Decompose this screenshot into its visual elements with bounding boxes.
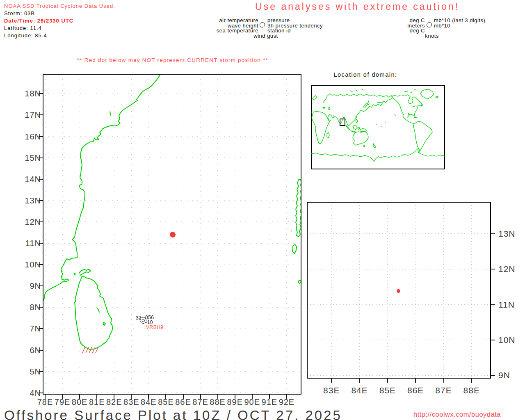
iceland	[436, 96, 438, 98]
arctic-islands-1	[404, 91, 408, 92]
arctic-islands-4	[350, 91, 353, 92]
sakhalin	[368, 101, 369, 105]
arctic-islands-2	[411, 92, 413, 93]
world-coastlines	[311, 85, 445, 169]
station-circle-icon	[260, 22, 265, 27]
storm-position-dot	[170, 232, 176, 237]
madagascar	[327, 132, 329, 138]
world-map-inset	[311, 85, 445, 169]
philippines	[356, 119, 358, 123]
gridline-horizontal	[307, 269, 491, 269]
lat-tick-label: 11N	[498, 300, 523, 310]
uk-icon	[313, 96, 317, 100]
lon-tick-label: 83E	[319, 386, 344, 395]
borneo	[353, 125, 357, 130]
hawaii	[394, 115, 396, 115]
java	[351, 131, 357, 132]
lon-tick	[45, 395, 46, 399]
caspian-sea	[328, 107, 330, 110]
lat-tick	[491, 304, 495, 305]
lat-tick	[491, 269, 495, 269]
lon-tick	[359, 379, 360, 383]
india-coastline	[43, 74, 161, 301]
lagoon-mark	[98, 308, 99, 312]
north-america-north	[392, 95, 422, 117]
gridline-horizontal	[307, 304, 491, 305]
japan	[363, 103, 368, 108]
red-dot-warning: ** Red dot below may NOT represent CURRE…	[70, 57, 276, 63]
lat-tick	[39, 200, 43, 201]
main-map: 32 056 -10 VRBH9 78E79E80E81E82E83E84E85…	[43, 74, 301, 395]
australia	[353, 131, 368, 145]
station-inner-circle-icon	[142, 319, 145, 322]
station-circle-icon	[427, 22, 432, 27]
lat-tick	[39, 328, 43, 329]
lon-tick	[62, 395, 63, 399]
storm-position-dot-zoom	[397, 289, 400, 293]
coastline-fragment	[110, 112, 111, 115]
sumatra	[346, 125, 350, 130]
lon-tick-label: 87E	[431, 386, 456, 395]
lon-tick	[217, 395, 218, 399]
tasmania	[363, 145, 365, 147]
lon-tick	[165, 395, 166, 399]
lon-tick	[286, 395, 287, 399]
great-lakes	[412, 106, 415, 107]
gridline-vertical	[359, 202, 360, 379]
gridline-horizontal	[307, 340, 491, 340]
zoom-map: 83E84E85E86E87E88E13N12N11N10N9N	[307, 202, 491, 379]
arctic-islands-6	[362, 89, 364, 90]
sulawesi	[358, 127, 360, 130]
storm-latitude-line: Latitude: 11.4	[4, 25, 42, 31]
lat-tick-label: 10N	[498, 335, 523, 345]
unit-knots: knots	[415, 33, 448, 39]
lon-tick	[252, 395, 253, 399]
lat-tick	[39, 243, 43, 244]
lon-tick	[443, 379, 444, 383]
inland-lake	[103, 322, 105, 325]
gridline-vertical	[443, 202, 444, 379]
gridline-vertical	[471, 202, 472, 379]
lat-tick	[39, 307, 43, 308]
lon-tick	[200, 395, 201, 399]
lat-tick	[39, 393, 43, 393]
lon-tick-label: 86E	[403, 386, 428, 395]
lat-tick	[39, 371, 43, 372]
lon-tick	[235, 395, 235, 399]
lon-tick	[471, 379, 472, 383]
lat-tick	[39, 350, 43, 351]
jaffna-peninsula	[79, 269, 91, 275]
aleutians	[377, 102, 382, 103]
lon-tick-label: 84E	[347, 386, 372, 395]
gridline-horizontal	[307, 233, 491, 234]
lat-tick	[39, 221, 43, 222]
source-url-link[interactable]: http://coolwx.com/buoydata	[413, 411, 501, 418]
new-zealand	[373, 144, 376, 148]
lat-tick	[39, 264, 43, 265]
lon-tick-label: 85E	[375, 386, 400, 395]
black-sea	[323, 107, 325, 109]
arctic-islands-5	[355, 90, 358, 91]
sri-lanka-coastline	[75, 276, 113, 349]
station-air-temperature: 32	[131, 315, 142, 321]
lat-tick	[491, 375, 495, 376]
inset-title: Location of domain:	[314, 71, 417, 78]
lat-tick	[39, 93, 43, 94]
storm-longitude-line: Longitude: 85.4	[4, 32, 47, 39]
little-andaman-island	[292, 244, 297, 253]
data-source-line: NOAA SSD Tropical Cyclone Data Used:	[4, 3, 115, 9]
lat-tick	[39, 158, 43, 158]
lat-tick	[491, 340, 495, 340]
lon-tick	[96, 395, 97, 399]
arctic-islands-3	[414, 89, 417, 90]
storm-id-line: Storm: 03B	[4, 10, 35, 16]
antarctica-coast	[311, 148, 445, 162]
lon-tick	[183, 395, 184, 399]
lon-tick	[331, 379, 332, 383]
eurasia-coast	[312, 94, 393, 126]
lat-tick-label: 13N	[498, 229, 523, 239]
gridline-vertical	[415, 202, 416, 379]
lat-tick-label: 12N	[498, 264, 523, 274]
station-id-label: VRBH9	[146, 324, 164, 330]
tiny-island	[298, 280, 301, 283]
